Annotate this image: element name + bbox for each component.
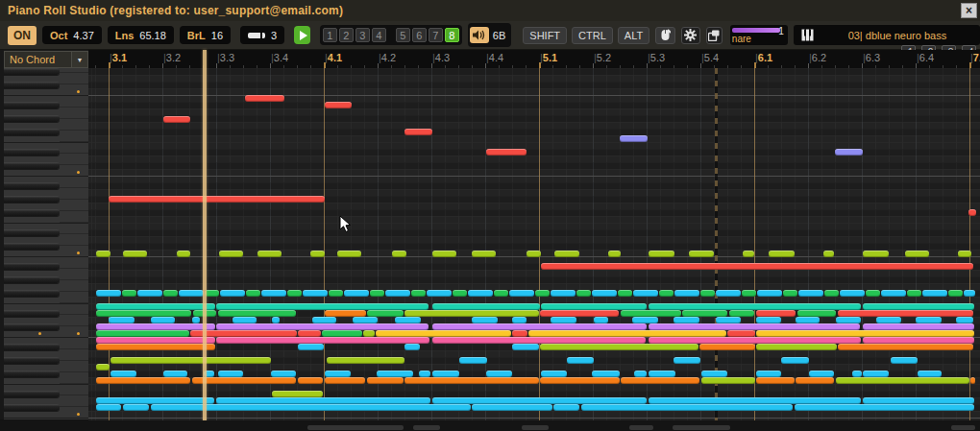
modifier-button-alt[interactable]: ALT — [618, 27, 649, 44]
note[interactable] — [163, 290, 178, 297]
note[interactable] — [838, 310, 973, 317]
note[interactable] — [395, 317, 421, 323]
note[interactable] — [96, 310, 191, 317]
piano-key-black[interactable] — [4, 149, 60, 156]
note[interactable] — [353, 317, 378, 323]
piano-key-black[interactable] — [4, 196, 60, 203]
pattern-button-5[interactable]: 5 — [396, 28, 410, 42]
note[interactable] — [798, 290, 823, 297]
note[interactable] — [674, 317, 699, 323]
note[interactable] — [922, 290, 947, 297]
bottom-scroll-strip[interactable] — [0, 420, 980, 431]
note[interactable] — [96, 330, 189, 337]
note[interactable] — [151, 317, 175, 323]
piano-key-black[interactable] — [4, 209, 60, 216]
pattern-button-6[interactable]: 6 — [412, 28, 427, 42]
note[interactable] — [581, 404, 793, 411]
on-toggle-button[interactable]: ON — [8, 26, 37, 45]
note[interactable] — [261, 290, 286, 297]
note[interactable] — [876, 317, 901, 323]
note[interactable] — [809, 371, 834, 377]
note[interactable] — [432, 371, 459, 377]
note[interactable] — [838, 344, 973, 350]
note[interactable] — [329, 290, 343, 297]
note[interactable] — [123, 251, 147, 257]
note[interactable] — [621, 377, 699, 384]
note[interactable] — [96, 323, 215, 330]
note[interactable] — [245, 95, 284, 102]
note[interactable] — [370, 290, 384, 297]
note[interactable] — [540, 377, 620, 384]
note[interactable] — [192, 377, 296, 384]
piano-key-black[interactable] — [4, 391, 60, 397]
piano-key-black[interactable] — [4, 162, 60, 169]
note[interactable] — [783, 290, 797, 297]
note[interactable] — [312, 317, 336, 323]
note[interactable] — [840, 290, 865, 297]
piano-key-black[interactable] — [4, 357, 60, 364]
note[interactable] — [96, 337, 215, 344]
note[interactable] — [968, 209, 976, 216]
note[interactable] — [163, 116, 190, 123]
piano-key-black[interactable] — [4, 129, 60, 135]
note[interactable] — [863, 323, 974, 330]
note[interactable] — [216, 337, 429, 344]
modifier-button-shift[interactable]: SHIFT — [523, 27, 567, 44]
note[interactable] — [701, 377, 755, 384]
note[interactable] — [367, 310, 404, 317]
note[interactable] — [958, 251, 971, 257]
note[interactable] — [700, 290, 715, 297]
note[interactable] — [325, 102, 352, 108]
note[interactable] — [376, 330, 511, 337]
piano-key-black[interactable] — [4, 276, 60, 283]
note[interactable] — [298, 377, 323, 384]
note[interactable] — [863, 371, 889, 377]
note[interactable] — [310, 251, 325, 257]
note[interactable] — [541, 303, 647, 310]
note[interactable] — [432, 323, 647, 330]
note[interactable] — [122, 290, 136, 297]
note[interactable] — [852, 371, 862, 377]
note[interactable] — [385, 290, 410, 297]
chord-dropdown[interactable]: No Chord ▼ — [4, 51, 88, 68]
channel-selector[interactable]: 1 nare — [730, 25, 788, 45]
note[interactable] — [682, 310, 727, 317]
channel-level-bar[interactable] — [732, 28, 780, 33]
note[interactable] — [527, 251, 541, 257]
note[interactable] — [756, 330, 974, 337]
note[interactable] — [716, 290, 741, 297]
note[interactable] — [541, 263, 973, 270]
note[interactable] — [632, 317, 658, 323]
piano-key-black[interactable] — [4, 102, 60, 108]
note[interactable] — [863, 251, 889, 257]
note[interactable] — [824, 290, 839, 297]
note[interactable] — [377, 371, 413, 377]
note[interactable] — [303, 290, 328, 297]
note[interactable] — [494, 290, 508, 297]
note[interactable] — [151, 404, 471, 411]
note[interactable] — [392, 251, 406, 257]
note[interactable] — [96, 377, 190, 384]
note[interactable] — [459, 357, 487, 364]
note[interactable] — [756, 317, 781, 323]
note[interactable] — [594, 317, 608, 323]
note[interactable] — [163, 371, 187, 377]
piano-key-black[interactable] — [4, 182, 60, 189]
note[interactable] — [891, 357, 918, 364]
note[interactable] — [948, 290, 963, 297]
note[interactable] — [96, 303, 215, 310]
note[interactable] — [729, 310, 754, 317]
note[interactable] — [699, 344, 755, 350]
note[interactable] — [512, 317, 527, 323]
note[interactable] — [179, 290, 204, 297]
note[interactable] — [298, 344, 324, 350]
note[interactable] — [287, 290, 302, 297]
note[interactable] — [110, 371, 136, 377]
note[interactable] — [769, 251, 795, 257]
note[interactable] — [192, 317, 200, 323]
note[interactable] — [96, 290, 121, 297]
note[interactable] — [472, 404, 552, 411]
note[interactable] — [551, 290, 576, 297]
note[interactable] — [659, 290, 674, 297]
note[interactable] — [472, 251, 496, 257]
